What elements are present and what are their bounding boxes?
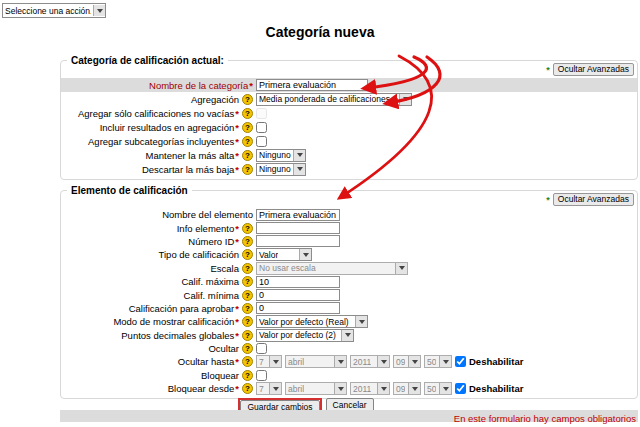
field-control: Valor por defecto (Real) [253,315,637,328]
field-label: Calificación para aprobar* ? [61,303,253,314]
help-icon[interactable]: ? [242,150,253,161]
help-icon[interactable]: ? [242,383,253,394]
label-text: Modo de mostrar calificación [113,316,234,327]
minute-select[interactable]: 50 [424,355,452,368]
row-item-name: Nombre del elemento [61,208,637,221]
field-control [253,276,637,288]
action-select-value: Seleccione una acción... [5,6,91,16]
help-icon[interactable]: ? [242,263,253,274]
row-max-grade: Calif. máxima ? [61,275,637,288]
required-marker: * [235,223,239,234]
section2-legend: Elemento de calificación [67,185,192,196]
day-select[interactable]: 7 [256,382,282,395]
help-icon[interactable]: ? [242,356,253,367]
help-icon[interactable]: ? [242,316,253,327]
category-name-input[interactable] [256,79,368,91]
row-drop-lowest: Descartar la más baja* ? Ninguno [61,162,637,176]
select-arrow-icon [269,356,281,367]
help-icon[interactable]: ? [242,108,253,119]
help-icon[interactable]: ? [242,122,253,133]
select-arrow-icon [408,356,420,367]
grade-display-type-select[interactable]: Valor por defecto (Real) [256,315,368,328]
field-label: Ocultar ? [61,343,253,354]
keep-highest-select[interactable]: Ninguno [256,149,306,162]
help-icon[interactable]: ? [242,223,253,234]
select-arrow-icon [377,383,389,394]
select-value: 50 [427,384,436,394]
disable-checkbox[interactable] [455,383,466,394]
month-select[interactable]: abril [285,355,347,368]
page-title: Categoría nueva [0,24,640,40]
label-text: Agregación [191,94,239,105]
aggregate-only-nonempty-checkbox[interactable] [256,108,267,119]
row-item-info: Info elemento* ? [61,221,637,234]
select-arrow-icon [269,383,281,394]
disable-checkbox[interactable] [455,356,466,367]
select-value: 09 [396,384,405,394]
help-icon[interactable]: ? [242,303,253,314]
required-marker: * [235,330,239,341]
footer-band: En este formulario hay campos obligatori… [60,410,638,422]
action-select[interactable]: Seleccione una acción... [2,3,106,18]
field-control [253,222,637,234]
help-icon[interactable]: ? [242,370,253,381]
help-icon[interactable]: ? [242,330,253,341]
select-value: Ninguno [259,164,291,174]
select-arrow-icon [377,356,389,367]
select-arrow-icon [93,5,105,16]
help-icon[interactable]: ? [242,236,253,247]
item-info-input[interactable] [256,222,340,234]
minute-select[interactable]: 50 [424,382,452,395]
day-select[interactable]: 7 [256,355,282,368]
row-locked: Bloquear ? [61,369,637,382]
help-icon[interactable]: ? [242,164,253,175]
drop-lowest-select[interactable]: Ninguno [256,163,306,176]
locked-checkbox[interactable] [256,370,267,381]
decimal-points-select[interactable]: Valor por defecto (2) [256,329,354,342]
field-label: Nombre del elemento [61,209,253,220]
row-category-name: Nombre de la categoría* [61,78,637,92]
row-hidden: Ocultar ? [61,342,637,355]
field-control: Valor por defecto (2) [253,329,637,342]
select-value: 2011 [353,384,371,394]
field-label: Calif. mínima ? [61,290,253,301]
hour-select[interactable]: 09 [393,382,421,395]
required-marker: * [235,303,239,314]
aggregate-subcategories-checkbox[interactable] [256,136,267,147]
row-grade-type: Tipo de calificación ? Valor [61,248,637,261]
help-icon[interactable]: ? [242,249,253,260]
field-control [253,302,637,314]
label-text: Calif. mínima [184,290,239,301]
id-number-input[interactable] [256,235,340,247]
select-arrow-icon [355,316,367,327]
min-grade-input[interactable] [256,289,340,301]
grade-to-pass-input[interactable] [256,302,340,314]
advanced-marker: * [546,65,550,75]
scale-select[interactable]: No usar escala [256,262,408,275]
month-select[interactable]: abril [285,382,347,395]
year-select[interactable]: 2011 [350,355,390,368]
aggregation-select[interactable]: Media ponderada de calificaciones [256,93,412,106]
max-grade-input[interactable] [256,276,340,288]
grade-type-select[interactable]: Valor [256,248,312,261]
hour-select[interactable]: 09 [393,355,421,368]
select-arrow-icon [439,383,451,394]
help-icon[interactable]: ? [242,94,253,105]
help-icon[interactable]: ? [242,276,253,287]
help-icon[interactable]: ? [242,290,253,301]
select-value: 7 [259,384,264,394]
include-outcomes-checkbox[interactable] [256,122,267,133]
help-icon[interactable]: ? [242,343,253,354]
hidden-checkbox[interactable] [256,343,267,354]
row-aggregate-only-nonempty: Agregar sólo calificaciones no vacías* ? [61,106,637,120]
label-text: Calificación para aprobar [129,303,235,314]
field-control: Valor [253,248,637,261]
required-marker: * [235,164,239,175]
hide-advanced-button[interactable]: Ocultar Avanzadas [553,63,634,76]
item-name-input[interactable] [256,209,340,221]
help-icon[interactable]: ? [242,136,253,147]
year-select[interactable]: 2011 [350,382,390,395]
select-arrow-icon [395,263,407,274]
hide-advanced-button[interactable]: Ocultar Avanzadas [553,193,634,206]
field-control [253,235,637,247]
